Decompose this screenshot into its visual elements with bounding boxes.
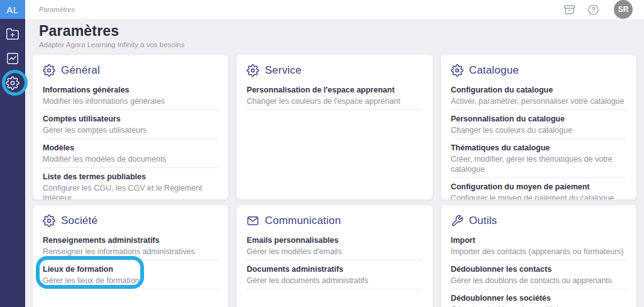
item-title: Modèles (43, 143, 218, 153)
item-desc: Importer des contacts (apprenants ou for… (451, 247, 626, 257)
breadcrumb: Paramètres (39, 6, 75, 13)
item-title: Personnalisation de l'espace apprenant (247, 85, 422, 95)
item-modeles[interactable]: Modèles Modifier les modèles de document… (43, 139, 218, 168)
user-avatar[interactable]: SR (614, 0, 633, 19)
main-area: Paramètres SR Paramètres (25, 0, 644, 307)
page-title: Paramètres (39, 23, 630, 39)
card-title: Général (61, 64, 100, 77)
item-liste-termes-publiables[interactable]: Liste des termes publiables Configurer l… (43, 168, 218, 199)
card-head: Communication (247, 214, 422, 228)
card-head: Outils (451, 214, 626, 228)
help-icon[interactable] (587, 4, 599, 16)
item-desc: Modifier les modèles de documents (43, 154, 218, 164)
card-communication: Communication Emails personnalisables Gé… (236, 205, 432, 307)
item-desc: Créer, modifier, gérer les thématiques d… (451, 154, 626, 174)
card-catalogue: Catalogue Configuration du catalogue Act… (441, 55, 636, 199)
item-comptes-utilisateurs[interactable]: Comptes utilisateurs Gérer les comptes u… (43, 110, 218, 139)
item-import[interactable]: Import Importer des contacts (apprenants… (451, 232, 626, 260)
card-head: Catalogue (451, 64, 626, 77)
print-archive-icon[interactable] (564, 4, 575, 16)
card-head: Général (43, 64, 218, 77)
item-desc: Gérer les doublons des sociétés (451, 304, 626, 307)
item-configuration-moyen-paiement[interactable]: Configuration du moyen de paiement Confi… (451, 178, 626, 199)
card-societe: Société Renseignements administratifs Re… (33, 205, 228, 307)
item-desc: Changer les couleurs de l'espace apprena… (247, 96, 422, 106)
settings-cards-grid: Général Informations générales Modifier … (25, 53, 644, 307)
item-desc: Modifier les informations générales (43, 96, 218, 106)
item-thematiques-catalogue[interactable]: Thématiques du catalogue Créer, modifier… (451, 139, 626, 178)
card-title: Communication (265, 215, 341, 227)
avatar-initials: SR (618, 5, 629, 14)
app-logo-text: AL (6, 4, 18, 15)
item-documents-administratifs[interactable]: Documents administratifs Gérer les docum… (247, 260, 422, 289)
item-desc: Configurer les CGU, les CGV et le Règlem… (43, 183, 218, 199)
item-dedoublonner-contacts[interactable]: Dédoublonner les contacts Gérer les doub… (451, 260, 626, 289)
item-desc: Configurer le moyen de paiement du catal… (451, 193, 626, 199)
item-desc: Gérer les modèles d'emails (247, 247, 422, 257)
card-general: Général Informations générales Modifier … (33, 55, 228, 199)
item-title: Lieux de formation (43, 264, 218, 274)
item-title: Configuration du moyen de paiement (451, 182, 626, 192)
item-desc: Gérer les comptes utilisateurs (43, 125, 218, 135)
app-logo[interactable]: AL (0, 0, 25, 19)
item-title: Documents administratifs (247, 264, 422, 274)
sidebar-nav (0, 19, 25, 90)
page-header: Paramètres Adapter Agora Learning Infini… (25, 19, 644, 53)
item-title: Dédoublonner les sociétés (451, 293, 626, 303)
sidebar: AL (0, 0, 25, 307)
gear-icon (247, 64, 259, 77)
item-desc: Renseigner les informations administrati… (43, 247, 218, 257)
item-emails-personnalisables[interactable]: Emails personnalisables Gérer les modèle… (247, 232, 422, 260)
card-service: Service Personnalisation de l'espace app… (236, 55, 432, 199)
card-title: Outils (469, 215, 497, 227)
envelope-icon (247, 215, 259, 227)
item-informations-generales[interactable]: Informations générales Modifier les info… (43, 81, 218, 110)
item-title: Import (451, 235, 626, 245)
image-chart-icon[interactable] (6, 52, 19, 65)
item-desc: Gérer les lieux de formation (43, 276, 218, 286)
gear-icon (43, 215, 55, 227)
item-title: Configuration du catalogue (451, 85, 626, 95)
settings-page: { "sidebar": { "logo_text": "AL", "items… (0, 0, 644, 307)
item-desc: Activer, paramétrer, personnaliser votre… (451, 96, 626, 106)
card-title: Catalogue (469, 64, 519, 77)
item-dedoublonner-societes[interactable]: Dédoublonner les sociétés Gérer les doub… (451, 289, 626, 307)
item-title: Emails personnalisables (247, 235, 422, 245)
item-personnalisation-catalogue[interactable]: Personnalisation du catalogue Changer le… (451, 110, 626, 139)
gear-icon[interactable] (6, 76, 19, 90)
item-title: Renseignements administratifs (43, 235, 218, 245)
item-title: Liste des termes publiables (43, 172, 218, 182)
card-title: Service (265, 64, 301, 77)
page-subtitle: Adapter Agora Learning Infinity à vos be… (39, 40, 630, 49)
item-title: Informations générales (43, 85, 218, 95)
item-renseignements-administratifs[interactable]: Renseignements administratifs Renseigner… (43, 232, 218, 260)
item-configuration-catalogue[interactable]: Configuration du catalogue Activer, para… (451, 81, 626, 110)
card-head: Service (247, 64, 422, 77)
item-desc: Changer les couleurs du catalogue (451, 125, 626, 135)
item-desc: Gérer les documents administratifs (247, 276, 422, 286)
item-title: Personnalisation du catalogue (451, 114, 626, 124)
item-desc: Gérer les doublons de contacts ou appren… (451, 276, 626, 286)
item-lieux-de-formation[interactable]: Lieux de formation Gérer les lieux de fo… (43, 260, 218, 289)
topbar: Paramètres SR (25, 0, 644, 19)
card-head: Société (43, 214, 218, 228)
item-title: Thématiques du catalogue (451, 143, 626, 153)
topbar-actions: SR (564, 0, 638, 19)
card-outils: Outils Import Importer des contacts (app… (441, 205, 636, 307)
gear-icon (43, 64, 55, 77)
folder-plus-icon[interactable] (6, 27, 19, 41)
card-title: Société (61, 215, 97, 227)
item-title: Dédoublonner les contacts (451, 264, 626, 274)
item-title: Comptes utilisateurs (43, 114, 218, 124)
item-personnalisation-espace-apprenant[interactable]: Personnalisation de l'espace apprenant C… (247, 81, 422, 110)
gear-icon (451, 64, 464, 77)
wrench-icon (451, 215, 464, 227)
